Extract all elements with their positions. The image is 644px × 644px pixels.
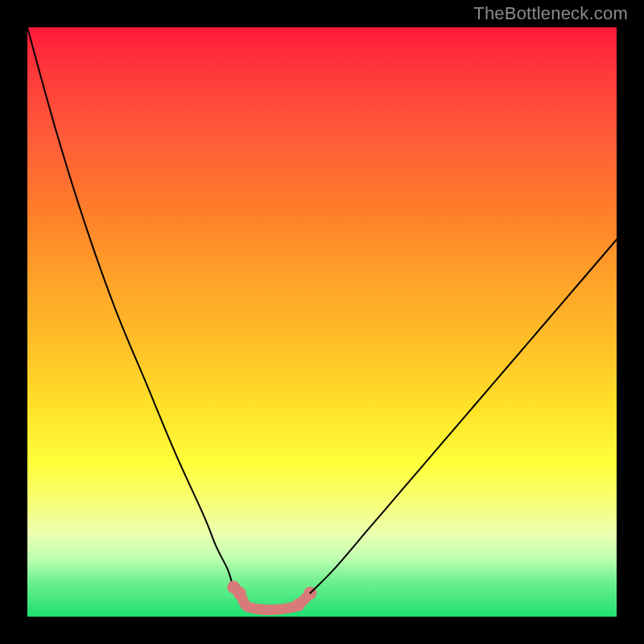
- series-left-branch: [27, 27, 240, 593]
- series-right-branch: [310, 240, 617, 593]
- watermark-text: TheBottleneck.com: [0, 3, 644, 24]
- plot-area: [27, 27, 617, 617]
- chart-svg: [27, 27, 617, 617]
- series-group: [27, 27, 617, 611]
- valley-floor-marker: [292, 598, 305, 611]
- valley-floor-marker: [233, 587, 246, 600]
- chart-container: TheBottleneck.com: [0, 0, 644, 644]
